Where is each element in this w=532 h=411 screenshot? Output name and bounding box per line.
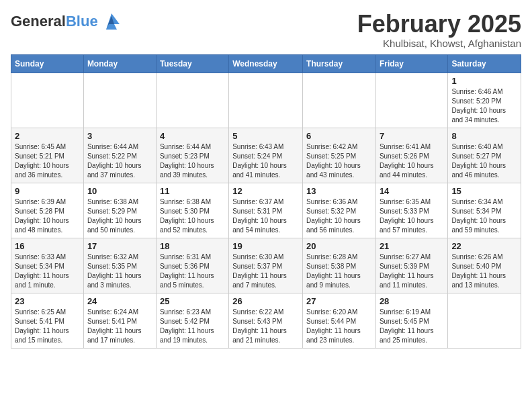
day-info: Sunrise: 6:19 AM Sunset: 5:45 PM Dayligh…	[380, 308, 444, 345]
day-number: 9	[15, 186, 80, 196]
day-info: Sunrise: 6:32 AM Sunset: 5:35 PM Dayligh…	[87, 253, 152, 290]
calendar-cell: 9Sunrise: 6:39 AM Sunset: 5:28 PM Daylig…	[11, 183, 84, 238]
title-area: February 2025 Khulbisat, Khowst, Afghani…	[357, 11, 521, 49]
day-number: 22	[451, 241, 517, 251]
day-number: 25	[160, 296, 225, 306]
calendar-cell: 27Sunrise: 6:20 AM Sunset: 5:44 PM Dayli…	[303, 293, 376, 348]
day-info: Sunrise: 6:23 AM Sunset: 5:42 PM Dayligh…	[160, 308, 225, 345]
calendar-cell: 15Sunrise: 6:34 AM Sunset: 5:34 PM Dayli…	[448, 183, 521, 238]
day-number: 14	[380, 186, 444, 196]
day-info: Sunrise: 6:27 AM Sunset: 5:39 PM Dayligh…	[380, 253, 444, 290]
day-info: Sunrise: 6:26 AM Sunset: 5:40 PM Dayligh…	[451, 253, 517, 290]
day-info: Sunrise: 6:46 AM Sunset: 5:20 PM Dayligh…	[451, 87, 517, 125]
day-number: 26	[232, 296, 299, 306]
day-info: Sunrise: 6:31 AM Sunset: 5:36 PM Dayligh…	[160, 253, 225, 290]
day-info: Sunrise: 6:37 AM Sunset: 5:31 PM Dayligh…	[232, 197, 299, 235]
calendar-week-row: 23Sunrise: 6:25 AM Sunset: 5:41 PM Dayli…	[11, 293, 521, 348]
calendar-cell	[448, 293, 521, 348]
day-number: 18	[160, 241, 225, 251]
calendar-cell	[83, 73, 156, 128]
day-number: 7	[380, 131, 444, 141]
day-of-week-header: Monday	[83, 54, 156, 73]
calendar-cell: 14Sunrise: 6:35 AM Sunset: 5:33 PM Dayli…	[375, 183, 447, 238]
logo: GeneralBlue	[11, 11, 122, 32]
calendar-cell: 8Sunrise: 6:40 AM Sunset: 5:27 PM Daylig…	[448, 128, 521, 183]
day-number: 5	[232, 131, 299, 141]
day-info: Sunrise: 6:34 AM Sunset: 5:34 PM Dayligh…	[451, 197, 517, 235]
calendar-cell	[11, 73, 84, 128]
calendar-cell: 5Sunrise: 6:43 AM Sunset: 5:24 PM Daylig…	[229, 128, 303, 183]
day-number: 3	[87, 131, 152, 141]
day-number: 6	[306, 131, 372, 141]
day-info: Sunrise: 6:35 AM Sunset: 5:33 PM Dayligh…	[380, 197, 444, 235]
day-info: Sunrise: 6:44 AM Sunset: 5:22 PM Dayligh…	[87, 142, 152, 180]
day-number: 28	[380, 296, 444, 306]
day-number: 13	[306, 186, 372, 196]
calendar-cell	[375, 73, 447, 128]
calendar-cell: 25Sunrise: 6:23 AM Sunset: 5:42 PM Dayli…	[156, 293, 228, 348]
logo-icon	[101, 11, 122, 32]
day-number: 27	[306, 296, 372, 306]
day-number: 11	[160, 186, 225, 196]
logo-text: GeneralBlue	[11, 13, 98, 30]
calendar-cell: 18Sunrise: 6:31 AM Sunset: 5:36 PM Dayli…	[156, 238, 228, 293]
calendar-cell: 16Sunrise: 6:33 AM Sunset: 5:34 PM Dayli…	[11, 238, 84, 293]
calendar-cell	[303, 73, 376, 128]
day-number: 24	[87, 296, 152, 306]
day-number: 12	[232, 186, 299, 196]
day-number: 20	[306, 241, 372, 251]
calendar-week-row: 1Sunrise: 6:46 AM Sunset: 5:20 PM Daylig…	[11, 73, 521, 128]
day-number: 16	[15, 241, 80, 251]
calendar-cell: 11Sunrise: 6:38 AM Sunset: 5:30 PM Dayli…	[156, 183, 228, 238]
day-of-week-header: Friday	[375, 54, 447, 73]
day-info: Sunrise: 6:38 AM Sunset: 5:29 PM Dayligh…	[87, 197, 152, 235]
calendar-cell: 10Sunrise: 6:38 AM Sunset: 5:29 PM Dayli…	[83, 183, 156, 238]
calendar-cell: 19Sunrise: 6:30 AM Sunset: 5:37 PM Dayli…	[229, 238, 303, 293]
calendar-cell: 24Sunrise: 6:24 AM Sunset: 5:41 PM Dayli…	[83, 293, 156, 348]
day-info: Sunrise: 6:24 AM Sunset: 5:41 PM Dayligh…	[87, 308, 152, 345]
calendar-cell: 22Sunrise: 6:26 AM Sunset: 5:40 PM Dayli…	[448, 238, 521, 293]
day-info: Sunrise: 6:20 AM Sunset: 5:44 PM Dayligh…	[306, 308, 372, 345]
day-info: Sunrise: 6:30 AM Sunset: 5:37 PM Dayligh…	[232, 253, 299, 290]
calendar-header-row: SundayMondayTuesdayWednesdayThursdayFrid…	[11, 54, 521, 73]
day-number: 2	[15, 131, 80, 141]
day-info: Sunrise: 6:40 AM Sunset: 5:27 PM Dayligh…	[451, 142, 517, 180]
day-info: Sunrise: 6:28 AM Sunset: 5:38 PM Dayligh…	[306, 253, 372, 290]
calendar-cell: 12Sunrise: 6:37 AM Sunset: 5:31 PM Dayli…	[229, 183, 303, 238]
calendar-week-row: 16Sunrise: 6:33 AM Sunset: 5:34 PM Dayli…	[11, 238, 521, 293]
day-of-week-header: Sunday	[11, 54, 84, 73]
day-info: Sunrise: 6:43 AM Sunset: 5:24 PM Dayligh…	[232, 142, 299, 180]
calendar-cell: 26Sunrise: 6:22 AM Sunset: 5:43 PM Dayli…	[229, 293, 303, 348]
day-number: 19	[232, 241, 299, 251]
calendar-cell: 21Sunrise: 6:27 AM Sunset: 5:39 PM Dayli…	[375, 238, 447, 293]
day-number: 4	[160, 131, 225, 141]
day-of-week-header: Wednesday	[229, 54, 303, 73]
day-info: Sunrise: 6:41 AM Sunset: 5:26 PM Dayligh…	[380, 142, 444, 180]
calendar-week-row: 9Sunrise: 6:39 AM Sunset: 5:28 PM Daylig…	[11, 183, 521, 238]
day-number: 8	[451, 131, 517, 141]
subtitle: Khulbisat, Khowst, Afghanistan	[357, 38, 521, 49]
calendar-cell: 28Sunrise: 6:19 AM Sunset: 5:45 PM Dayli…	[375, 293, 447, 348]
day-info: Sunrise: 6:22 AM Sunset: 5:43 PM Dayligh…	[232, 308, 299, 345]
day-number: 15	[451, 186, 517, 196]
day-number: 21	[380, 241, 444, 251]
main-title: February 2025	[357, 11, 521, 38]
calendar-cell: 17Sunrise: 6:32 AM Sunset: 5:35 PM Dayli…	[83, 238, 156, 293]
day-number: 1	[451, 76, 517, 86]
day-info: Sunrise: 6:44 AM Sunset: 5:23 PM Dayligh…	[160, 142, 225, 180]
day-info: Sunrise: 6:25 AM Sunset: 5:41 PM Dayligh…	[15, 308, 80, 345]
day-info: Sunrise: 6:45 AM Sunset: 5:21 PM Dayligh…	[15, 142, 80, 180]
calendar-cell: 3Sunrise: 6:44 AM Sunset: 5:22 PM Daylig…	[83, 128, 156, 183]
calendar: SundayMondayTuesdayWednesdayThursdayFrid…	[11, 54, 521, 349]
calendar-week-row: 2Sunrise: 6:45 AM Sunset: 5:21 PM Daylig…	[11, 128, 521, 183]
calendar-cell	[229, 73, 303, 128]
day-number: 17	[87, 241, 152, 251]
calendar-cell: 2Sunrise: 6:45 AM Sunset: 5:21 PM Daylig…	[11, 128, 84, 183]
day-info: Sunrise: 6:39 AM Sunset: 5:28 PM Dayligh…	[15, 197, 80, 235]
day-of-week-header: Thursday	[303, 54, 376, 73]
calendar-cell: 13Sunrise: 6:36 AM Sunset: 5:32 PM Dayli…	[303, 183, 376, 238]
day-info: Sunrise: 6:33 AM Sunset: 5:34 PM Dayligh…	[15, 253, 80, 290]
day-info: Sunrise: 6:42 AM Sunset: 5:25 PM Dayligh…	[306, 142, 372, 180]
day-number: 10	[87, 186, 152, 196]
day-number: 23	[15, 296, 80, 306]
